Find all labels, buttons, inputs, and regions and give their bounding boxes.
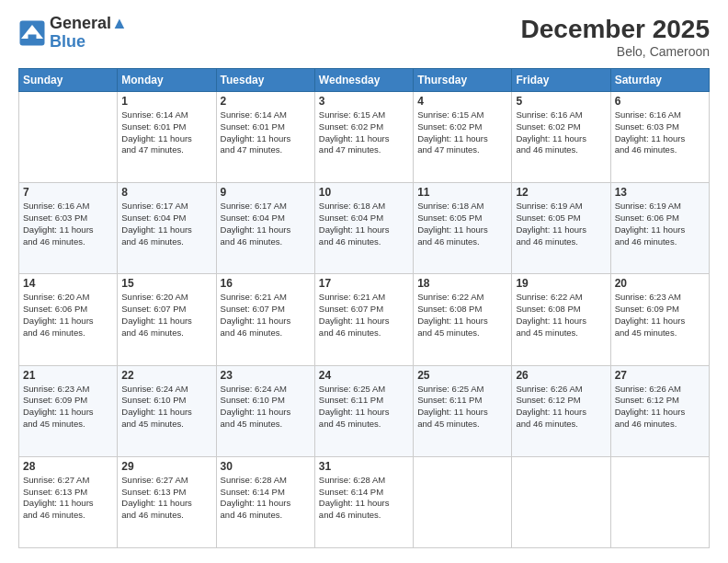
day-number: 8 bbox=[121, 186, 211, 199]
svg-rect-2 bbox=[28, 34, 37, 40]
day-info: Sunrise: 6:20 AMSunset: 6:06 PMDaylight:… bbox=[23, 292, 113, 339]
day-number: 19 bbox=[516, 277, 606, 290]
day-number: 23 bbox=[221, 369, 311, 382]
day-info: Sunrise: 6:18 AMSunset: 6:05 PMDaylight:… bbox=[417, 201, 507, 247]
header: General▲ Blue December 2025 Belo, Camero… bbox=[18, 15, 710, 59]
calendar-cell: 22Sunrise: 6:24 AMSunset: 6:10 PMDayligh… bbox=[118, 365, 216, 456]
day-info: Sunrise: 6:19 AMSunset: 6:06 PMDaylight:… bbox=[615, 201, 705, 247]
calendar-cell: 21Sunrise: 6:23 AMSunset: 6:09 PMDayligh… bbox=[19, 365, 118, 456]
day-number: 28 bbox=[23, 460, 113, 473]
col-header-monday: Monday bbox=[118, 69, 216, 92]
calendar-cell: 10Sunrise: 6:18 AMSunset: 6:04 PMDayligh… bbox=[314, 183, 413, 274]
day-number: 20 bbox=[615, 277, 705, 290]
calendar-cell: 30Sunrise: 6:28 AMSunset: 6:14 PMDayligh… bbox=[216, 456, 314, 547]
day-number: 15 bbox=[121, 277, 211, 290]
col-header-thursday: Thursday bbox=[414, 69, 512, 92]
day-info: Sunrise: 6:23 AMSunset: 6:09 PMDaylight:… bbox=[615, 292, 705, 339]
logo: General▲ Blue bbox=[18, 15, 128, 52]
day-number: 30 bbox=[221, 460, 311, 473]
day-info: Sunrise: 6:22 AMSunset: 6:08 PMDaylight:… bbox=[417, 292, 507, 339]
day-info: Sunrise: 6:27 AMSunset: 6:13 PMDaylight:… bbox=[121, 475, 211, 522]
calendar-cell: 17Sunrise: 6:21 AMSunset: 6:07 PMDayligh… bbox=[314, 274, 413, 365]
calendar-cell: 18Sunrise: 6:22 AMSunset: 6:08 PMDayligh… bbox=[414, 274, 512, 365]
day-info: Sunrise: 6:21 AMSunset: 6:07 PMDaylight:… bbox=[221, 292, 311, 339]
day-info: Sunrise: 6:28 AMSunset: 6:14 PMDaylight:… bbox=[319, 475, 409, 522]
calendar-cell: 11Sunrise: 6:18 AMSunset: 6:05 PMDayligh… bbox=[414, 183, 512, 274]
day-number: 12 bbox=[516, 186, 606, 199]
day-number: 22 bbox=[121, 369, 211, 382]
day-info: Sunrise: 6:17 AMSunset: 6:04 PMDaylight:… bbox=[121, 201, 211, 247]
calendar-cell: 25Sunrise: 6:25 AMSunset: 6:11 PMDayligh… bbox=[414, 365, 512, 456]
calendar-week-3: 14Sunrise: 6:20 AMSunset: 6:06 PMDayligh… bbox=[19, 274, 710, 365]
calendar-cell: 31Sunrise: 6:28 AMSunset: 6:14 PMDayligh… bbox=[314, 456, 413, 547]
day-info: Sunrise: 6:17 AMSunset: 6:04 PMDaylight:… bbox=[221, 201, 311, 247]
day-number: 29 bbox=[121, 460, 211, 473]
day-number: 18 bbox=[417, 277, 507, 290]
day-number: 10 bbox=[319, 186, 409, 199]
calendar-cell: 4Sunrise: 6:15 AMSunset: 6:02 PMDaylight… bbox=[414, 92, 512, 183]
calendar-cell bbox=[19, 92, 118, 183]
page-title: December 2025 bbox=[521, 15, 710, 44]
day-info: Sunrise: 6:22 AMSunset: 6:08 PMDaylight:… bbox=[516, 292, 606, 339]
calendar-cell: 26Sunrise: 6:26 AMSunset: 6:12 PMDayligh… bbox=[512, 365, 610, 456]
calendar-cell: 27Sunrise: 6:26 AMSunset: 6:12 PMDayligh… bbox=[610, 365, 709, 456]
day-info: Sunrise: 6:15 AMSunset: 6:02 PMDaylight:… bbox=[319, 109, 409, 156]
calendar-week-5: 28Sunrise: 6:27 AMSunset: 6:13 PMDayligh… bbox=[19, 456, 710, 547]
day-number: 13 bbox=[615, 186, 705, 199]
calendar-header-row: SundayMondayTuesdayWednesdayThursdayFrid… bbox=[19, 69, 710, 92]
day-info: Sunrise: 6:18 AMSunset: 6:04 PMDaylight:… bbox=[319, 201, 409, 247]
day-number: 14 bbox=[23, 277, 113, 290]
calendar-cell: 23Sunrise: 6:24 AMSunset: 6:10 PMDayligh… bbox=[216, 365, 314, 456]
calendar-cell: 2Sunrise: 6:14 AMSunset: 6:01 PMDaylight… bbox=[216, 92, 314, 183]
calendar-week-1: 1Sunrise: 6:14 AMSunset: 6:01 PMDaylight… bbox=[19, 92, 710, 183]
day-info: Sunrise: 6:25 AMSunset: 6:11 PMDaylight:… bbox=[417, 384, 507, 431]
day-info: Sunrise: 6:16 AMSunset: 6:03 PMDaylight:… bbox=[23, 201, 113, 247]
day-info: Sunrise: 6:23 AMSunset: 6:09 PMDaylight:… bbox=[23, 384, 113, 431]
title-block: December 2025 Belo, Cameroon bbox=[521, 15, 710, 59]
calendar-cell bbox=[414, 456, 512, 547]
col-header-sunday: Sunday bbox=[19, 69, 118, 92]
calendar-cell bbox=[512, 456, 610, 547]
day-info: Sunrise: 6:27 AMSunset: 6:13 PMDaylight:… bbox=[23, 475, 113, 522]
page-subtitle: Belo, Cameroon bbox=[521, 44, 710, 59]
col-header-saturday: Saturday bbox=[610, 69, 709, 92]
day-info: Sunrise: 6:16 AMSunset: 6:03 PMDaylight:… bbox=[615, 109, 705, 156]
day-info: Sunrise: 6:28 AMSunset: 6:14 PMDaylight:… bbox=[221, 475, 311, 522]
col-header-wednesday: Wednesday bbox=[314, 69, 413, 92]
calendar-cell: 14Sunrise: 6:20 AMSunset: 6:06 PMDayligh… bbox=[19, 274, 118, 365]
day-info: Sunrise: 6:14 AMSunset: 6:01 PMDaylight:… bbox=[121, 109, 211, 156]
day-number: 2 bbox=[221, 95, 311, 108]
day-info: Sunrise: 6:25 AMSunset: 6:11 PMDaylight:… bbox=[319, 384, 409, 431]
calendar-cell: 7Sunrise: 6:16 AMSunset: 6:03 PMDaylight… bbox=[19, 183, 118, 274]
calendar-cell: 29Sunrise: 6:27 AMSunset: 6:13 PMDayligh… bbox=[118, 456, 216, 547]
day-number: 21 bbox=[23, 369, 113, 382]
calendar-cell: 28Sunrise: 6:27 AMSunset: 6:13 PMDayligh… bbox=[19, 456, 118, 547]
day-number: 11 bbox=[417, 186, 507, 199]
calendar-table: SundayMondayTuesdayWednesdayThursdayFrid… bbox=[18, 68, 710, 548]
day-number: 16 bbox=[221, 277, 311, 290]
calendar-cell: 3Sunrise: 6:15 AMSunset: 6:02 PMDaylight… bbox=[314, 92, 413, 183]
calendar-cell: 1Sunrise: 6:14 AMSunset: 6:01 PMDaylight… bbox=[118, 92, 216, 183]
day-info: Sunrise: 6:21 AMSunset: 6:07 PMDaylight:… bbox=[319, 292, 409, 339]
day-info: Sunrise: 6:19 AMSunset: 6:05 PMDaylight:… bbox=[516, 201, 606, 247]
day-info: Sunrise: 6:20 AMSunset: 6:07 PMDaylight:… bbox=[121, 292, 211, 339]
day-info: Sunrise: 6:24 AMSunset: 6:10 PMDaylight:… bbox=[221, 384, 311, 431]
day-number: 26 bbox=[516, 369, 606, 382]
calendar-cell: 20Sunrise: 6:23 AMSunset: 6:09 PMDayligh… bbox=[610, 274, 709, 365]
day-number: 9 bbox=[221, 186, 311, 199]
calendar-cell: 24Sunrise: 6:25 AMSunset: 6:11 PMDayligh… bbox=[314, 365, 413, 456]
calendar-cell: 8Sunrise: 6:17 AMSunset: 6:04 PMDaylight… bbox=[118, 183, 216, 274]
day-number: 7 bbox=[23, 186, 113, 199]
day-info: Sunrise: 6:24 AMSunset: 6:10 PMDaylight:… bbox=[121, 384, 211, 431]
calendar-cell: 9Sunrise: 6:17 AMSunset: 6:04 PMDaylight… bbox=[216, 183, 314, 274]
day-number: 6 bbox=[615, 95, 705, 108]
calendar-cell: 15Sunrise: 6:20 AMSunset: 6:07 PMDayligh… bbox=[118, 274, 216, 365]
calendar-cell: 5Sunrise: 6:16 AMSunset: 6:02 PMDaylight… bbox=[512, 92, 610, 183]
calendar-cell: 6Sunrise: 6:16 AMSunset: 6:03 PMDaylight… bbox=[610, 92, 709, 183]
col-header-friday: Friday bbox=[512, 69, 610, 92]
logo-icon bbox=[18, 19, 46, 47]
day-number: 3 bbox=[319, 95, 409, 108]
day-number: 5 bbox=[516, 95, 606, 108]
calendar-cell: 16Sunrise: 6:21 AMSunset: 6:07 PMDayligh… bbox=[216, 274, 314, 365]
day-info: Sunrise: 6:15 AMSunset: 6:02 PMDaylight:… bbox=[417, 109, 507, 156]
